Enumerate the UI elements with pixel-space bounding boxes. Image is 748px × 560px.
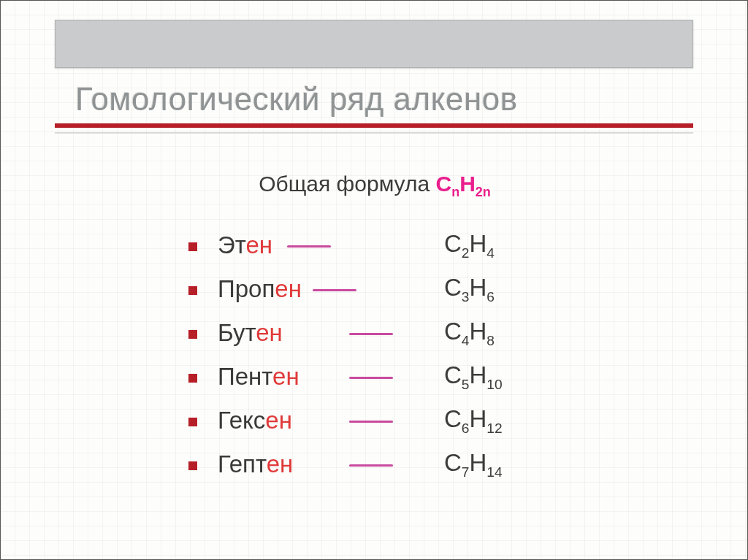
formula-h: H [469, 449, 486, 476]
formula-h-sub: 6 [486, 288, 495, 304]
list-row: ЭтенC2H4 [188, 223, 598, 267]
compound-name: Бутен [218, 319, 364, 347]
title-thin-underline [55, 132, 693, 134]
formula-h: H [469, 274, 486, 301]
bullet-icon [188, 461, 197, 470]
formula-c: C [435, 172, 451, 196]
connector-dash-icon [349, 464, 393, 467]
formula-h-sub: 8 [486, 332, 495, 348]
connector-dash-icon [349, 377, 393, 379]
formula-c: C [444, 274, 462, 301]
list-row: БутенC4H8 [188, 311, 598, 355]
formula-c: C [444, 405, 462, 432]
list-row: ГептенC7H14 [188, 442, 598, 486]
general-formula: Общая формула CnH2n [1, 172, 748, 200]
name-suffix: ен [272, 363, 299, 390]
slide-title: Гомологический ряд алкенов [55, 68, 693, 123]
bullet-icon [188, 286, 197, 295]
bullet-icon [188, 242, 197, 251]
list-row: ГексенC6H12 [188, 399, 598, 442]
formula-c-sub: 2 [462, 245, 470, 260]
formula-c-sub: n [451, 185, 459, 199]
name-prefix: Гепт [218, 450, 267, 477]
molecular-formula: C2H4 [444, 230, 495, 261]
formula-c: C [444, 318, 462, 345]
name-suffix: ен [275, 275, 302, 302]
formula-h: H [469, 361, 486, 388]
molecular-formula: C6H12 [444, 405, 503, 437]
formula-c: C [444, 361, 462, 388]
name-prefix: Гекс [218, 407, 265, 434]
formula-h-sub: 10 [486, 376, 502, 391]
formula-c-sub: 6 [462, 420, 470, 435]
formula-h-sub: 2n [476, 185, 491, 199]
compound-name: Гексен [218, 407, 364, 434]
title-bar [55, 20, 693, 68]
name-suffix: ен [245, 231, 272, 258]
molecular-formula: C5H10 [444, 361, 503, 393]
connector-dash-icon [287, 245, 331, 248]
name-suffix: ен [267, 450, 294, 477]
connector-dash-icon [349, 333, 393, 335]
list-row: ПентенC5H10 [188, 355, 598, 399]
formula-h-sub: 12 [486, 420, 502, 435]
name-suffix: ен [256, 319, 283, 346]
title-block: Гомологический ряд алкенов [55, 20, 693, 134]
connector-dash-icon [313, 289, 356, 291]
molecular-formula: C3H6 [444, 274, 495, 305]
formula-c-sub: 5 [462, 376, 470, 391]
formula-c-sub: 3 [462, 288, 470, 304]
name-prefix: Эт [218, 231, 245, 258]
formula-c-sub: 4 [462, 332, 470, 348]
formula-h-sub: 4 [486, 245, 495, 260]
formula-h: H [469, 230, 486, 257]
formula-c: C [444, 230, 462, 257]
formula-c-sub: 7 [462, 464, 470, 479]
rows-container: ЭтенC2H4ПропенC3H6БутенC4H8ПентенC5H10Ге… [188, 223, 598, 486]
compound-name: Пентен [218, 363, 364, 391]
general-formula-label: Общая формула [259, 172, 435, 196]
connector-dash-icon [349, 421, 393, 423]
compound-name: Гептен [218, 450, 364, 478]
bullet-icon [188, 418, 197, 426]
name-prefix: Проп [218, 275, 275, 302]
formula-h: H [469, 318, 486, 345]
molecular-formula: C7H14 [444, 449, 503, 480]
bullet-icon [188, 374, 197, 383]
molecular-formula: C4H8 [444, 318, 495, 349]
list-row: ПропенC3H6 [188, 267, 598, 311]
formula-h-sub: 14 [486, 464, 502, 479]
name-suffix: ен [265, 407, 292, 434]
formula-h: H [469, 405, 486, 432]
formula-c: C [444, 449, 462, 476]
bullet-icon [188, 330, 197, 339]
title-red-underline [55, 123, 693, 128]
formula-h: H [459, 172, 476, 196]
name-prefix: Бут [218, 319, 256, 346]
name-prefix: Пент [218, 363, 272, 390]
